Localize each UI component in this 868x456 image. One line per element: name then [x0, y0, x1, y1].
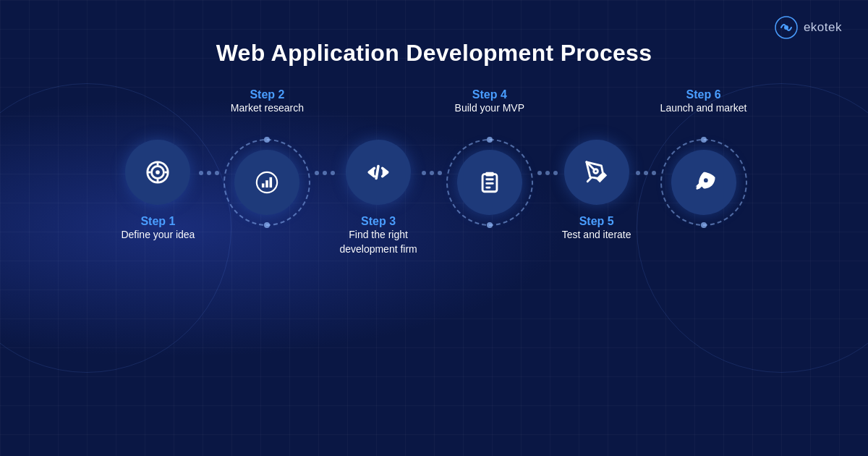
connector-3-4	[417, 171, 446, 175]
step-5-label: Step 5 Test and iterate	[562, 215, 631, 267]
step-3-wrapper: Step 3 Find the rightdevelopment firm	[339, 99, 417, 267]
step-4-dashed-circle	[446, 139, 533, 226]
step-4-wrapper: Step 4 Build your MVP	[446, 88, 533, 278]
rocket-icon	[692, 170, 716, 195]
logo-text: ekotek	[804, 20, 842, 35]
step-5-desc: Test and iterate	[562, 228, 631, 242]
logo-icon	[775, 16, 798, 39]
svg-point-1	[784, 25, 788, 30]
page-title: Web Application Development Process	[216, 40, 652, 67]
svg-rect-10	[262, 183, 265, 187]
connector-1-2	[195, 171, 224, 175]
target-icon	[145, 160, 170, 185]
step-6-label: Step 6 Launch and market	[660, 88, 747, 129]
pen-icon	[584, 160, 609, 185]
step-2-wrapper: Step 2 Market research	[224, 88, 310, 278]
connector-5-6	[631, 171, 660, 175]
dot-top-6	[701, 137, 707, 143]
step-3-label: Step 3 Find the rightdevelopment firm	[339, 215, 417, 267]
step-4-title: Step 4	[472, 88, 507, 101]
steps-container: Step 1 Define your idea Step 2 Market re…	[0, 88, 868, 278]
step-1-label: Step 1 Define your idea	[121, 215, 195, 267]
step-2-title: Step 2	[250, 88, 284, 101]
step-1-circle	[125, 140, 190, 205]
dot-top-4	[487, 137, 493, 143]
step-6-circle	[671, 150, 736, 215]
step-6-desc: Launch and market	[660, 101, 747, 116]
step-2-dashed-circle	[224, 139, 310, 226]
svg-line-13	[376, 166, 378, 179]
step-5-wrapper: Step 5 Test and iterate	[562, 99, 631, 267]
code-icon	[366, 160, 391, 185]
svg-rect-11	[266, 180, 269, 187]
step-4-desc: Build your MVP	[455, 101, 524, 116]
svg-point-19	[593, 169, 597, 174]
step-1-title: Step 1	[140, 215, 175, 228]
dot-bottom-4	[487, 222, 493, 228]
step-1-wrapper: Step 1 Define your idea	[121, 99, 195, 267]
step-2-label: Step 2 Market research	[231, 88, 304, 129]
step-4-circle	[457, 150, 522, 215]
svg-line-20	[587, 177, 592, 182]
step-1-desc: Define your idea	[121, 228, 195, 242]
logo: ekotek	[775, 16, 842, 39]
dot-top-2	[264, 137, 270, 143]
step-4-label: Step 4 Build your MVP	[455, 88, 524, 129]
connector-4-5	[533, 171, 562, 175]
svg-point-21	[704, 178, 708, 182]
step-5-title: Step 5	[579, 215, 614, 228]
clipboard-icon	[477, 170, 502, 195]
step-3-title: Step 3	[361, 215, 396, 228]
step-3-desc: Find the rightdevelopment firm	[339, 228, 417, 256]
step-5-circle	[564, 140, 629, 205]
svg-point-4	[156, 170, 161, 174]
step-3-circle	[346, 140, 411, 205]
connector-2-3	[310, 171, 339, 175]
step-6-dashed-circle	[660, 139, 747, 226]
dot-bottom-2	[264, 222, 270, 228]
step-6-wrapper: Step 6 Launch and market	[660, 88, 747, 278]
dot-bottom-6	[701, 222, 707, 228]
chart-icon	[255, 170, 279, 195]
svg-rect-12	[270, 177, 273, 187]
main-content: ekotek Web Application Development Proce…	[0, 0, 868, 456]
step-2-circle	[234, 150, 299, 215]
step-2-desc: Market research	[231, 101, 304, 116]
step-6-title: Step 6	[686, 88, 721, 101]
